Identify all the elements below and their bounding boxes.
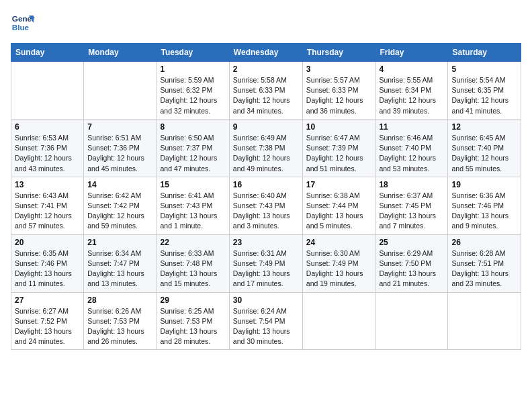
day-number: 3 — [306, 64, 372, 74]
day-number: 30 — [233, 295, 299, 305]
day-number: 19 — [451, 180, 517, 189]
day-info: Sunrise: 6:40 AM Sunset: 7:43 PM Dayligh… — [233, 191, 299, 232]
calendar-day-cell — [84, 62, 157, 120]
calendar-table: SundayMondayTuesdayWednesdayThursdayFrid… — [11, 43, 521, 350]
day-number: 14 — [87, 180, 152, 189]
calendar-day-cell: 21Sunrise: 6:34 AM Sunset: 7:47 PM Dayli… — [84, 234, 157, 292]
day-number: 24 — [306, 238, 372, 247]
day-info: Sunrise: 6:24 AM Sunset: 7:54 PM Dayligh… — [233, 306, 299, 347]
day-info: Sunrise: 6:41 AM Sunset: 7:43 PM Dayligh… — [161, 191, 226, 232]
day-info: Sunrise: 5:54 AM Sunset: 6:35 PM Dayligh… — [451, 75, 517, 116]
calendar-header-row: SundayMondayTuesdayWednesdayThursdayFrid… — [11, 44, 521, 62]
day-number: 29 — [161, 295, 226, 305]
calendar-day-cell: 18Sunrise: 6:37 AM Sunset: 7:45 PM Dayli… — [375, 177, 448, 234]
day-info: Sunrise: 6:49 AM Sunset: 7:38 PM Dayligh… — [233, 133, 299, 174]
calendar-day-cell: 4Sunrise: 5:55 AM Sunset: 6:34 PM Daylig… — [375, 62, 448, 120]
calendar-weekday-header: Tuesday — [157, 44, 229, 62]
calendar-day-cell: 20Sunrise: 6:35 AM Sunset: 7:46 PM Dayli… — [11, 234, 84, 292]
day-number: 25 — [379, 238, 444, 247]
calendar-day-cell: 3Sunrise: 5:57 AM Sunset: 6:33 PM Daylig… — [302, 62, 375, 120]
day-number: 22 — [161, 238, 226, 247]
svg-text:Blue: Blue — [12, 23, 30, 32]
day-number: 4 — [379, 64, 444, 74]
day-info: Sunrise: 6:31 AM Sunset: 7:49 PM Dayligh… — [233, 248, 299, 289]
logo-icon: General Blue — [11, 11, 35, 35]
day-info: Sunrise: 6:53 AM Sunset: 7:36 PM Dayligh… — [15, 133, 80, 174]
calendar-day-cell: 5Sunrise: 5:54 AM Sunset: 6:35 PM Daylig… — [448, 62, 521, 120]
calendar-day-cell — [11, 62, 84, 120]
calendar-day-cell — [375, 292, 448, 350]
calendar-day-cell: 17Sunrise: 6:38 AM Sunset: 7:44 PM Dayli… — [302, 177, 375, 234]
calendar-day-cell: 29Sunrise: 6:25 AM Sunset: 7:53 PM Dayli… — [157, 292, 229, 350]
day-number: 15 — [161, 180, 226, 189]
calendar-day-cell: 23Sunrise: 6:31 AM Sunset: 7:49 PM Dayli… — [229, 234, 302, 292]
calendar-day-cell: 2Sunrise: 5:58 AM Sunset: 6:33 PM Daylig… — [229, 62, 302, 120]
calendar-weekday-header: Friday — [375, 44, 448, 62]
day-info: Sunrise: 6:26 AM Sunset: 7:53 PM Dayligh… — [87, 306, 152, 347]
calendar-weekday-header: Saturday — [448, 44, 521, 62]
day-info: Sunrise: 6:27 AM Sunset: 7:52 PM Dayligh… — [15, 306, 80, 347]
day-number: 11 — [379, 122, 444, 132]
day-info: Sunrise: 6:42 AM Sunset: 7:42 PM Dayligh… — [87, 191, 152, 232]
day-info: Sunrise: 6:28 AM Sunset: 7:51 PM Dayligh… — [451, 248, 517, 289]
day-number: 5 — [451, 64, 517, 74]
day-info: Sunrise: 5:55 AM Sunset: 6:34 PM Dayligh… — [379, 75, 444, 116]
calendar-day-cell: 24Sunrise: 6:30 AM Sunset: 7:49 PM Dayli… — [302, 234, 375, 292]
calendar-day-cell: 28Sunrise: 6:26 AM Sunset: 7:53 PM Dayli… — [84, 292, 157, 350]
calendar-day-cell: 11Sunrise: 6:46 AM Sunset: 7:40 PM Dayli… — [375, 119, 448, 177]
day-info: Sunrise: 6:30 AM Sunset: 7:49 PM Dayligh… — [306, 248, 372, 289]
calendar-day-cell: 10Sunrise: 6:47 AM Sunset: 7:39 PM Dayli… — [302, 119, 375, 177]
calendar-day-cell: 14Sunrise: 6:42 AM Sunset: 7:42 PM Dayli… — [84, 177, 157, 234]
calendar-weekday-header: Sunday — [11, 44, 84, 62]
day-info: Sunrise: 5:59 AM Sunset: 6:32 PM Dayligh… — [161, 75, 226, 116]
day-number: 12 — [451, 122, 517, 132]
calendar-week-row: 20Sunrise: 6:35 AM Sunset: 7:46 PM Dayli… — [11, 234, 521, 292]
day-number: 8 — [161, 122, 226, 132]
day-number: 2 — [233, 64, 299, 74]
day-info: Sunrise: 6:33 AM Sunset: 7:48 PM Dayligh… — [161, 248, 226, 289]
day-info: Sunrise: 6:50 AM Sunset: 7:37 PM Dayligh… — [161, 133, 226, 174]
day-number: 16 — [233, 180, 299, 189]
calendar-week-row: 13Sunrise: 6:43 AM Sunset: 7:41 PM Dayli… — [11, 177, 521, 234]
day-info: Sunrise: 5:57 AM Sunset: 6:33 PM Dayligh… — [306, 75, 372, 116]
calendar-day-cell: 30Sunrise: 6:24 AM Sunset: 7:54 PM Dayli… — [229, 292, 302, 350]
day-number: 21 — [87, 238, 152, 247]
calendar-day-cell: 12Sunrise: 6:45 AM Sunset: 7:40 PM Dayli… — [448, 119, 521, 177]
day-info: Sunrise: 6:25 AM Sunset: 7:53 PM Dayligh… — [161, 306, 226, 347]
calendar-day-cell: 9Sunrise: 6:49 AM Sunset: 7:38 PM Daylig… — [229, 119, 302, 177]
day-info: Sunrise: 6:34 AM Sunset: 7:47 PM Dayligh… — [87, 248, 152, 289]
day-info: Sunrise: 6:35 AM Sunset: 7:46 PM Dayligh… — [15, 248, 80, 289]
day-number: 20 — [15, 238, 80, 247]
day-number: 23 — [233, 238, 299, 247]
calendar-weekday-header: Monday — [84, 44, 157, 62]
calendar-week-row: 1Sunrise: 5:59 AM Sunset: 6:32 PM Daylig… — [11, 62, 521, 120]
day-info: Sunrise: 6:43 AM Sunset: 7:41 PM Dayligh… — [15, 191, 80, 232]
day-number: 10 — [306, 122, 372, 132]
calendar-day-cell: 15Sunrise: 6:41 AM Sunset: 7:43 PM Dayli… — [157, 177, 229, 234]
day-number: 13 — [15, 180, 80, 189]
calendar-day-cell: 19Sunrise: 6:36 AM Sunset: 7:46 PM Dayli… — [448, 177, 521, 234]
day-info: Sunrise: 6:47 AM Sunset: 7:39 PM Dayligh… — [306, 133, 372, 174]
calendar-day-cell: 7Sunrise: 6:51 AM Sunset: 7:36 PM Daylig… — [84, 119, 157, 177]
day-number: 9 — [233, 122, 299, 132]
day-number: 1 — [161, 64, 226, 74]
calendar-day-cell: 13Sunrise: 6:43 AM Sunset: 7:41 PM Dayli… — [11, 177, 84, 234]
day-number: 6 — [15, 122, 80, 132]
day-number: 18 — [379, 180, 444, 189]
calendar-day-cell: 25Sunrise: 6:29 AM Sunset: 7:50 PM Dayli… — [375, 234, 448, 292]
day-number: 17 — [306, 180, 372, 189]
logo: General Blue — [11, 11, 38, 35]
day-info: Sunrise: 6:37 AM Sunset: 7:45 PM Dayligh… — [379, 191, 444, 232]
day-number: 27 — [15, 295, 80, 305]
calendar-weekday-header: Thursday — [302, 44, 375, 62]
day-number: 7 — [87, 122, 152, 132]
day-info: Sunrise: 6:36 AM Sunset: 7:46 PM Dayligh… — [451, 191, 517, 232]
day-info: Sunrise: 6:45 AM Sunset: 7:40 PM Dayligh… — [451, 133, 517, 174]
day-info: Sunrise: 5:58 AM Sunset: 6:33 PM Dayligh… — [233, 75, 299, 116]
day-info: Sunrise: 6:51 AM Sunset: 7:36 PM Dayligh… — [87, 133, 152, 174]
page-header: General Blue — [11, 11, 521, 35]
day-info: Sunrise: 6:29 AM Sunset: 7:50 PM Dayligh… — [379, 248, 444, 289]
calendar-week-row: 27Sunrise: 6:27 AM Sunset: 7:52 PM Dayli… — [11, 292, 521, 350]
calendar-day-cell: 22Sunrise: 6:33 AM Sunset: 7:48 PM Dayli… — [157, 234, 229, 292]
calendar-weekday-header: Wednesday — [229, 44, 302, 62]
